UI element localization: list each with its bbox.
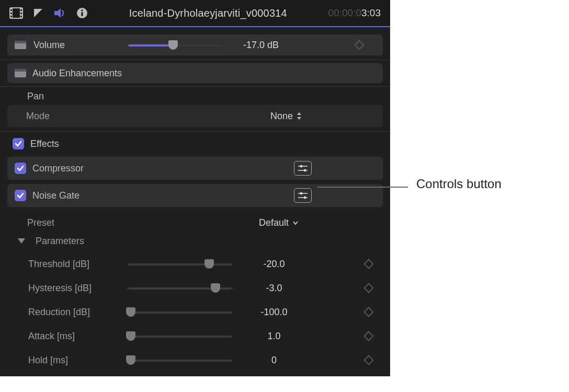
svg-marker-9 bbox=[34, 9, 42, 17]
controls-button-compressor[interactable] bbox=[294, 161, 312, 176]
preset-dropdown[interactable]: Default bbox=[259, 217, 299, 228]
svg-point-25 bbox=[300, 192, 303, 195]
pan-mode-label: Mode bbox=[26, 111, 50, 122]
effects-label: Effects bbox=[30, 139, 59, 149]
clip-name: Iceland-Dyrholaeyjarviti_v000314 bbox=[98, 7, 318, 19]
section-icon bbox=[15, 41, 26, 49]
parameters-list: Threshold [dB] -20.0 Hysteresis [dB] -3.… bbox=[0, 250, 390, 372]
updown-chevrons-icon bbox=[296, 111, 302, 121]
param-row-hold: Hold [ms] 0 bbox=[18, 348, 381, 372]
disclosure-triangle-icon bbox=[18, 238, 25, 244]
volume-label: Volume bbox=[33, 40, 65, 51]
volume-slider[interactable] bbox=[128, 40, 222, 50]
effect-name: Noise Gate bbox=[32, 190, 79, 201]
param-label: Hold [ms] bbox=[18, 355, 122, 366]
svg-rect-15 bbox=[15, 41, 26, 43]
svg-marker-10 bbox=[54, 8, 61, 18]
svg-rect-3 bbox=[10, 9, 12, 11]
preset-label: Preset bbox=[27, 217, 54, 228]
timecode-prefix: 00:00:0 bbox=[328, 7, 361, 18]
param-value[interactable]: -3.0 bbox=[243, 283, 305, 294]
controls-button-noise-gate[interactable] bbox=[294, 188, 312, 203]
preset-row: Preset Default bbox=[0, 211, 390, 232]
chevron-down-icon bbox=[292, 219, 299, 226]
inspector-topbar: Iceland-Dyrholaeyjarviti_v000314 00:00:0… bbox=[0, 0, 390, 27]
svg-point-21 bbox=[300, 165, 303, 168]
svg-rect-5 bbox=[10, 16, 12, 17]
param-label: Hysteresis [dB] bbox=[18, 283, 122, 294]
effect-checkbox-noise-gate[interactable] bbox=[15, 190, 26, 201]
param-row-reduction: Reduction [dB] -100.0 bbox=[18, 300, 381, 324]
pan-label: Pan bbox=[0, 87, 390, 103]
keyframe-icon[interactable] bbox=[363, 307, 374, 317]
effects-header: Effects bbox=[0, 132, 390, 153]
razor-icon[interactable] bbox=[32, 7, 44, 19]
keyframe-icon[interactable] bbox=[363, 283, 374, 293]
parameters-header[interactable]: Parameters bbox=[0, 232, 390, 250]
effects-checkbox[interactable] bbox=[13, 138, 24, 149]
audio-inspector: Iceland-Dyrholaeyjarviti_v000314 00:00:0… bbox=[0, 0, 390, 376]
param-value[interactable]: -100.0 bbox=[243, 307, 305, 318]
svg-rect-7 bbox=[20, 13, 22, 14]
keyframe-icon[interactable] bbox=[354, 40, 365, 50]
effect-row-compressor: Compressor bbox=[7, 157, 383, 180]
volume-value[interactable]: -17.0 dB bbox=[230, 40, 292, 51]
param-value[interactable]: -20.0 bbox=[243, 259, 305, 270]
inspector-tab-icons bbox=[9, 7, 88, 19]
svg-point-23 bbox=[304, 169, 306, 172]
svg-rect-6 bbox=[20, 9, 22, 11]
svg-rect-17 bbox=[15, 69, 26, 72]
pan-mode-row: Mode None bbox=[7, 105, 383, 127]
svg-marker-19 bbox=[297, 117, 301, 120]
effect-checkbox-compressor[interactable] bbox=[15, 163, 26, 174]
svg-rect-8 bbox=[20, 16, 22, 17]
preset-value: Default bbox=[259, 217, 289, 228]
param-slider-hold[interactable] bbox=[128, 355, 232, 365]
svg-marker-18 bbox=[297, 112, 301, 115]
keyframe-icon[interactable] bbox=[363, 259, 374, 269]
keyframe-icon[interactable] bbox=[363, 331, 374, 341]
pan-mode-dropdown[interactable]: None bbox=[270, 111, 302, 122]
clip-duration: 00:00:03:03 bbox=[328, 7, 381, 19]
volume-row: Volume -17.0 dB bbox=[7, 34, 383, 55]
param-label: Threshold [dB] bbox=[18, 259, 122, 270]
section-icon bbox=[15, 69, 26, 77]
param-row-hysteresis: Hysteresis [dB] -3.0 bbox=[18, 276, 381, 300]
callout-text: Controls button bbox=[416, 177, 502, 191]
param-row-attack: Attack [ms] 1.0 bbox=[18, 324, 381, 348]
svg-point-12 bbox=[81, 9, 83, 11]
parameters-label: Parameters bbox=[36, 236, 84, 247]
param-slider-threshold[interactable] bbox=[128, 259, 232, 269]
callout-line bbox=[317, 187, 408, 188]
audio-enhancements-label: Audio Enhancements bbox=[32, 68, 122, 79]
param-slider-attack[interactable] bbox=[128, 331, 232, 341]
svg-rect-13 bbox=[81, 12, 83, 16]
param-row-threshold: Threshold [dB] -20.0 bbox=[18, 252, 381, 276]
timecode-tail: 3:03 bbox=[361, 7, 381, 18]
param-value[interactable]: 1.0 bbox=[243, 331, 305, 342]
svg-rect-4 bbox=[10, 13, 12, 14]
info-icon[interactable] bbox=[76, 7, 88, 19]
param-value[interactable]: 0 bbox=[243, 355, 305, 366]
param-label: Attack [ms] bbox=[18, 331, 122, 342]
param-slider-reduction[interactable] bbox=[128, 307, 232, 317]
keyframe-icon[interactable] bbox=[363, 355, 374, 365]
svg-point-27 bbox=[304, 197, 306, 199]
param-slider-hysteresis[interactable] bbox=[128, 283, 232, 293]
speaker-icon[interactable] bbox=[53, 7, 67, 19]
film-icon[interactable] bbox=[9, 7, 23, 19]
effect-name: Compressor bbox=[32, 163, 84, 174]
param-label: Reduction [dB] bbox=[18, 307, 122, 318]
audio-enhancements-header[interactable]: Audio Enhancements bbox=[7, 63, 383, 83]
pan-mode-value: None bbox=[270, 111, 293, 122]
